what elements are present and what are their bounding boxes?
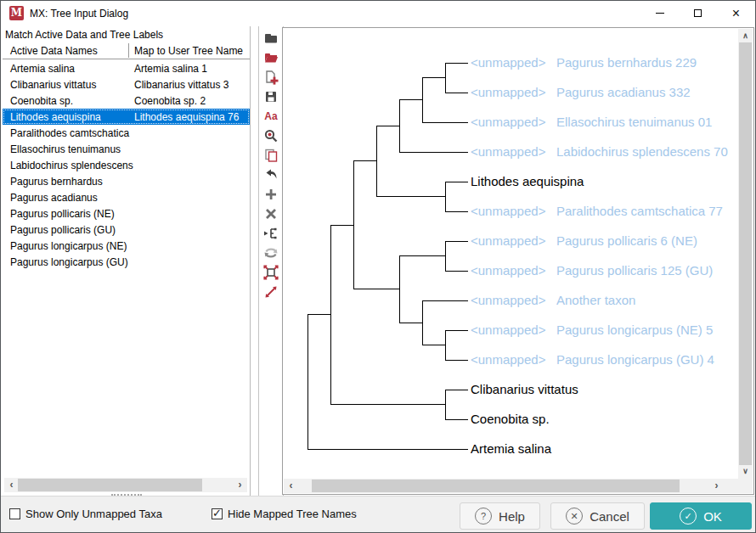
close-button[interactable]: ×	[717, 1, 755, 25]
fit-view-button[interactable]	[262, 265, 279, 280]
mapped-taxon-name: Artemia salina	[471, 441, 551, 456]
document-plus-icon	[263, 70, 279, 85]
x-icon	[263, 206, 279, 222]
unmapped-taxon-name: Paralithodes camtschatica 77	[556, 204, 723, 219]
tree-input-dialog: M MX: Tree Input Dialog × Match Active D…	[0, 0, 756, 533]
unmapped-taxon-name: Pagurus pollicaris 6 (NE)	[556, 233, 697, 249]
scroll-down-icon[interactable]: ∨	[738, 464, 753, 479]
cancel-button-label: Cancel	[590, 509, 629, 524]
minimize-button[interactable]	[640, 1, 679, 25]
tree-leaf-label[interactable]: <unmapped>Ellasochirus tenuimanus 01	[471, 115, 725, 130]
tree-leaf-label[interactable]: <unmapped>Labidochirus splendescens 70	[471, 144, 725, 160]
resize-button[interactable]	[262, 284, 279, 300]
table-row[interactable]: Artemia salinaArtemia salina 1	[3, 60, 250, 76]
save-button[interactable]	[262, 89, 279, 104]
unmapped-taxon-name: Labidochirus splendescens 70	[556, 144, 728, 160]
table-row[interactable]: Lithodes aequispinaLithodes aequispina 7…	[3, 109, 250, 125]
add-button[interactable]	[262, 187, 279, 202]
unmapped-tag: <unmapped>	[471, 233, 545, 249]
mapped-taxon-name: Clibanarius vittatus	[471, 382, 578, 396]
table-row[interactable]: Pagurus acadianus	[3, 189, 250, 205]
table-row[interactable]: Pagurus pollicaris (NE)	[3, 205, 250, 222]
scroll-left-icon[interactable]: ‹	[284, 479, 298, 493]
tree-leaf-label[interactable]: <unmapped>Pagurus longicarpus (GU) 4	[471, 352, 725, 367]
mapped-taxon-name: Lithodes aequispina	[471, 174, 584, 188]
column-header-active-data: Active Data Names	[10, 45, 98, 57]
tree-leaf-label[interactable]: <unmapped>Pagurus longicarpus (NE) 5	[471, 323, 725, 338]
hide-mapped-checkbox[interactable]: ✓ Hide Mapped Tree Names	[212, 508, 357, 520]
tree-leaf-label[interactable]: Clibanarius vittatus	[471, 382, 578, 397]
tree-leaf-label[interactable]: <unmapped>Pagurus acadianus 332	[471, 85, 725, 100]
undo-button[interactable]	[262, 167, 279, 182]
font-size-button[interactable]: Aa	[262, 109, 279, 124]
tree-leaf-label[interactable]: Coenobita sp.	[471, 412, 550, 427]
tree-toolbar: Aa	[258, 26, 284, 496]
tree-leaf-label[interactable]: <unmapped>Pagurus bernhardus 229	[471, 55, 725, 70]
scroll-left-icon[interactable]: ‹	[4, 478, 19, 492]
tree-vertical-scrollbar[interactable]: ∧ ∨	[738, 29, 753, 479]
folder-icon	[263, 31, 279, 46]
unmapped-tag: <unmapped>	[471, 85, 545, 100]
font-size-icon: Aa	[264, 110, 277, 122]
table-row[interactable]: Coenobita sp.Coenobita sp. 2	[3, 93, 250, 109]
tree-leaf-label[interactable]: <unmapped>Pagurus pollicaris 6 (NE)	[471, 233, 725, 249]
cancel-button[interactable]: ✕ Cancel	[550, 502, 645, 530]
zoom-icon	[263, 128, 279, 143]
swap-button[interactable]	[262, 245, 279, 261]
scrollbar-corner	[724, 479, 753, 493]
checkbox-icon[interactable]: ✓	[212, 508, 223, 519]
maximize-icon	[694, 9, 702, 17]
table-row[interactable]: Paralithodes camtschatica	[3, 125, 250, 141]
unmapped-taxon-name: Pagurus acadianus 332	[556, 85, 691, 100]
check-circle-icon: ✓	[680, 508, 697, 525]
scrollbar-thumb[interactable]	[312, 480, 680, 492]
minimize-icon	[656, 13, 664, 14]
scroll-right-icon[interactable]: ›	[233, 478, 247, 492]
check-icon: ✓	[212, 507, 222, 519]
table-row[interactable]: Clibanarius vittatusClibanarius vittatus…	[3, 76, 250, 93]
table-row[interactable]: Labidochirus splendescens	[3, 157, 250, 173]
table-row[interactable]: Ellasochirus tenuimanus	[3, 141, 250, 157]
tree-leaf-label[interactable]: Artemia salina	[471, 441, 551, 457]
table-row[interactable]: Pagurus pollicaris (GU)	[3, 222, 250, 238]
checkbox-icon[interactable]: ✓	[9, 508, 20, 519]
new-document-button[interactable]	[262, 70, 279, 85]
app-logo-icon: M	[9, 6, 24, 20]
ok-button[interactable]: ✓ OK	[650, 502, 752, 530]
tree-leaf-label[interactable]: <unmapped>Another taxon	[471, 293, 725, 308]
plus-icon	[263, 187, 279, 202]
show-only-unmapped-checkbox[interactable]: ✓ Show Only Unmapped Taxa	[9, 508, 162, 520]
zoom-button[interactable]	[262, 128, 279, 143]
unmapped-tag: <unmapped>	[471, 55, 545, 70]
unmapped-taxon-name: Pagurus bernhardus 229	[556, 55, 697, 70]
unmapped-tag: <unmapped>	[471, 144, 545, 160]
scroll-up-icon[interactable]: ∧	[738, 29, 753, 43]
copy-button[interactable]	[262, 148, 279, 163]
table-row[interactable]: Pagurus longicarpus (GU)	[3, 254, 250, 270]
maximize-button[interactable]	[679, 1, 717, 25]
open-file-button[interactable]	[262, 31, 279, 46]
unmapped-tag: <unmapped>	[471, 204, 545, 219]
close-icon: ×	[732, 7, 740, 20]
window-title: MX: Tree Input Dialog	[30, 8, 128, 20]
help-button-label: Help	[499, 509, 525, 524]
tree-leaf-label[interactable]: <unmapped>Paralithodes camtschatica 77	[471, 204, 725, 219]
open-folder-button[interactable]	[262, 50, 279, 65]
delete-button[interactable]	[262, 206, 279, 222]
table-row[interactable]: Pagurus bernhardus	[3, 173, 250, 189]
question-icon: ?	[475, 508, 492, 525]
column-divider	[128, 43, 129, 58]
help-button[interactable]: ? Help	[460, 502, 540, 530]
subtree-button[interactable]	[262, 226, 279, 241]
scroll-right-icon[interactable]: ›	[709, 479, 724, 493]
tree-leaf-label[interactable]: Lithodes aequispina	[471, 174, 584, 189]
undo-arrow-icon	[263, 167, 279, 182]
swap-arrows-icon	[263, 245, 279, 261]
left-horizontal-scrollbar[interactable]: ‹ ›	[4, 478, 247, 492]
scrollbar-thumb[interactable]	[18, 479, 202, 491]
tree-leaf-label[interactable]: <unmapped>Pagurus pollicaris 125 (GU)	[471, 263, 725, 278]
scrollbar-thumb[interactable]	[739, 42, 752, 465]
tree-horizontal-scrollbar[interactable]: ‹ ›	[284, 479, 724, 493]
table-row[interactable]: Pagurus longicarpus (NE)	[3, 238, 250, 254]
checkbox-label: Show Only Unmapped Taxa	[25, 508, 162, 520]
